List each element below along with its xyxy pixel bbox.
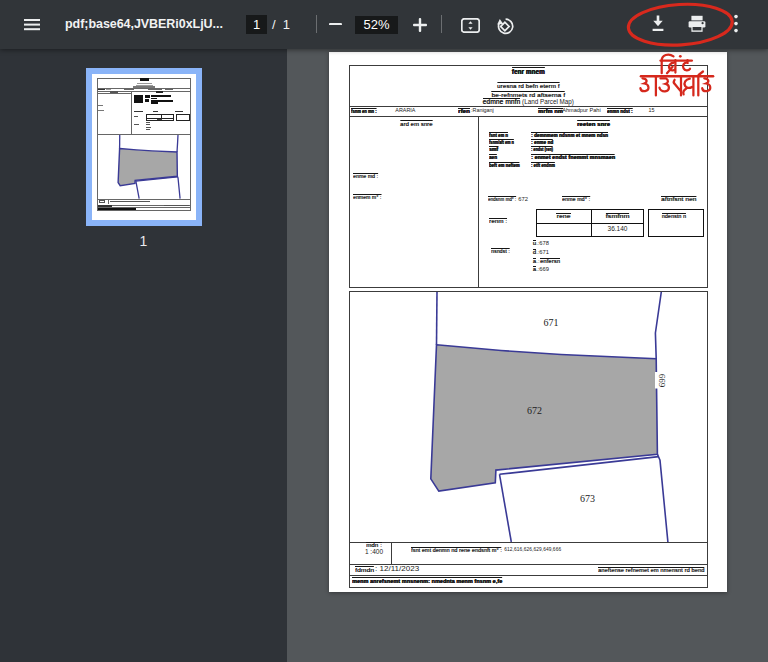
svg-text:669: 669 bbox=[656, 373, 666, 387]
svg-text:672: 672 bbox=[527, 405, 542, 416]
svg-text:673: 673 bbox=[580, 493, 595, 504]
svg-text:671: 671 bbox=[543, 316, 558, 327]
